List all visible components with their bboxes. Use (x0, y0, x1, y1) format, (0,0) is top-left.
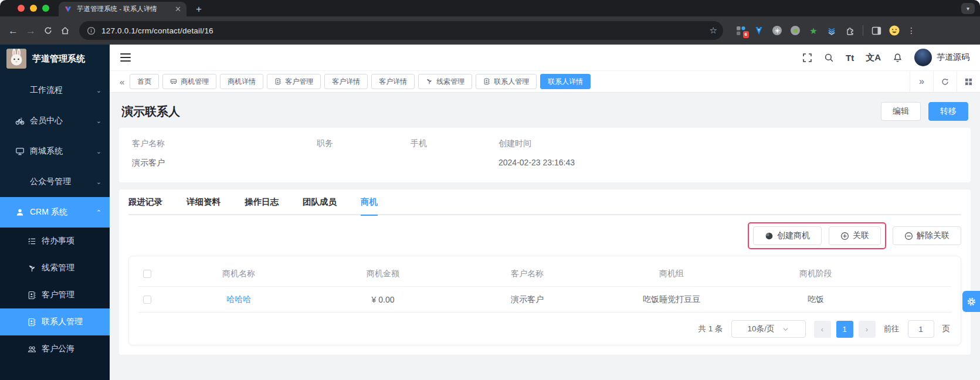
theme-settings-button[interactable] (962, 291, 980, 312)
tag-customer-detail-2[interactable]: 客户详情 (371, 74, 415, 89)
sidebar-item-workflow[interactable]: 工作流程 ⌄ (0, 75, 110, 106)
sidebar-item-customer[interactable]: 客户管理 (0, 281, 110, 308)
home-icon[interactable] (60, 26, 70, 35)
table-row: 哈哈哈 ¥ 0.00 演示客户 吃饭睡觉打豆豆 吃饭 (138, 287, 951, 313)
browser-tab[interactable]: 芋道管理系统 - 联系人详情 ✕ (59, 2, 186, 16)
font-size-icon[interactable]: Tt (846, 53, 854, 63)
browser-menu-icon[interactable]: ⋮ (907, 26, 915, 35)
sidebar-item-clue[interactable]: 线索管理 (0, 255, 110, 281)
sidebar-item-crm-system[interactable]: CRM 系统 ⌃ (0, 197, 110, 228)
info-label-post: 职务 (317, 138, 411, 149)
tag-home[interactable]: 首页 (130, 74, 159, 89)
crm-submenu: 待办事项 线索管理 客户管理 联系人管理 客户公海 (0, 228, 110, 380)
edit-button[interactable]: 编辑 (881, 102, 921, 121)
tags-scroll-right-icon[interactable]: » (910, 70, 933, 93)
tag-customer-detail-1[interactable]: 客户详情 (324, 74, 368, 89)
tags-list: 首页 商机管理 商机详情 客户管理 客户详情 客户详情 线索管理 (130, 74, 910, 89)
extension-badge: 6 (743, 31, 749, 38)
tab-team-member[interactable]: 团队成员 (303, 189, 337, 215)
sidebar-item-official-account[interactable]: 公众号管理 ⌄ (0, 167, 110, 197)
info-value-create-time: 2024-02-23 23:16:43 (499, 158, 958, 168)
tags-scroll-left-icon[interactable]: « (114, 77, 130, 86)
bell-icon[interactable] (893, 53, 903, 63)
search-icon[interactable] (824, 53, 834, 63)
reload-icon[interactable] (43, 26, 53, 35)
business-icon (170, 78, 177, 85)
brand-header[interactable]: 芋道管理系统 (0, 45, 110, 73)
tag-contact-detail[interactable]: 联系人详情 (540, 74, 591, 89)
sidebar-item-customer-pool[interactable]: 客户公海 (0, 335, 110, 362)
extension-star-icon[interactable]: ★ (808, 25, 819, 36)
clue-icon (28, 264, 36, 273)
tags-layout-grid-icon[interactable] (957, 70, 980, 93)
sidebar-item-contact[interactable]: 联系人管理 (0, 308, 110, 335)
next-page-button[interactable]: › (859, 321, 876, 338)
bookmark-star-icon[interactable]: ☆ (710, 25, 717, 36)
window-close-button[interactable] (18, 5, 25, 12)
page-size-select[interactable]: 10条/页 (731, 320, 806, 338)
highlight-box: 创建商机 关联 (748, 222, 886, 249)
tab-close-icon[interactable]: ✕ (175, 5, 181, 13)
col-header-customer-name: 客户名称 (455, 269, 599, 279)
link-business-button[interactable]: 关联 (829, 226, 881, 245)
sidebar-item-member-center[interactable]: 会员中心 ⌄ (0, 106, 110, 136)
user-menu[interactable]: 芋道源码 (914, 49, 969, 66)
tab-business[interactable]: 商机 (361, 189, 378, 215)
todo-list-icon (28, 237, 36, 246)
select-all-checkbox[interactable] (143, 270, 151, 278)
address-bar[interactable]: 127.0.0.1/crm/contact/detail/16 ☆ (79, 21, 723, 40)
tag-business-detail[interactable]: 商机详情 (220, 74, 263, 89)
collapse-menu-icon[interactable] (120, 53, 131, 62)
user-icon (15, 208, 25, 217)
info-label-create-time: 创建时间 (499, 138, 958, 149)
row-checkbox[interactable] (143, 296, 151, 304)
back-icon[interactable]: ← (8, 26, 18, 36)
new-tab-button[interactable]: + (196, 4, 202, 14)
extensions-puzzle-icon[interactable] (845, 25, 855, 36)
current-page-button[interactable]: 1 (836, 321, 853, 338)
goto-page-input[interactable] (908, 320, 934, 338)
col-header-business-group: 商机组 (599, 269, 744, 279)
tab-detail-info[interactable]: 详细资料 (186, 189, 221, 215)
extension-snowflake-icon[interactable] (772, 25, 782, 36)
create-business-button[interactable]: 创建商机 (753, 226, 822, 245)
contact-book-icon (483, 78, 490, 85)
unlink-business-button[interactable]: 解除关联 (893, 226, 961, 245)
page-title: 演示联系人 (121, 103, 180, 120)
window-zoom-button[interactable] (42, 5, 49, 12)
pagination: 共 1 条 10条/页 ‹ 1 › 前往 页 (138, 320, 951, 338)
cell-business-name-link[interactable]: 哈哈哈 (167, 294, 311, 305)
tag-customer-manage[interactable]: 客户管理 (267, 74, 321, 89)
site-favicon-icon (64, 5, 72, 13)
side-panel-icon[interactable] (871, 25, 881, 36)
extension-devtools-icon[interactable]: 6 (735, 25, 746, 36)
forward-icon[interactable]: → (26, 26, 36, 36)
site-info-icon[interactable] (87, 26, 96, 35)
tab-follow-record[interactable]: 跟进记录 (128, 189, 162, 215)
page-unit-label: 页 (942, 324, 951, 334)
app-window: 芋道管理系统 工作流程 ⌄ 会员中心 ⌄ 商城系统 ⌄ 公众号管理 ⌄ (0, 45, 980, 380)
chevron-down-icon (782, 326, 789, 333)
tag-contact-manage[interactable]: 联系人管理 (476, 74, 537, 89)
tab-search-button[interactable]: ▾ (961, 3, 975, 14)
window-minimize-button[interactable] (30, 5, 37, 12)
extension-record-icon[interactable] (790, 25, 801, 36)
extension-vue-icon[interactable] (754, 25, 764, 36)
extension-chevrons-icon[interactable] (826, 25, 837, 36)
sidebar-item-todo[interactable]: 待办事项 (0, 228, 110, 255)
tab-operation-log[interactable]: 操作日志 (245, 189, 279, 215)
profile-avatar-icon[interactable] (889, 25, 900, 36)
translate-icon[interactable]: 文A (866, 52, 881, 63)
cell-business-amount: ¥ 0.00 (311, 295, 455, 304)
sidebar-item-mall-system[interactable]: 商城系统 ⌄ (0, 136, 110, 167)
prev-page-button[interactable]: ‹ (814, 321, 831, 338)
detail-tabs: 跟进记录 详细资料 操作日志 团队成员 商机 (128, 189, 961, 215)
tag-clue-manage[interactable]: 线索管理 (418, 74, 472, 89)
page-content: 演示联系人 编辑 转移 客户名称 职务 手机 创建时间 演示客户 2024-02… (110, 93, 980, 380)
gear-icon (967, 297, 976, 307)
fullscreen-icon[interactable] (802, 53, 812, 63)
tag-business-manage[interactable]: 商机管理 (162, 74, 216, 89)
contact-book-icon (274, 78, 282, 85)
transfer-button[interactable]: 转移 (928, 102, 968, 121)
tags-refresh-icon[interactable] (933, 70, 957, 93)
